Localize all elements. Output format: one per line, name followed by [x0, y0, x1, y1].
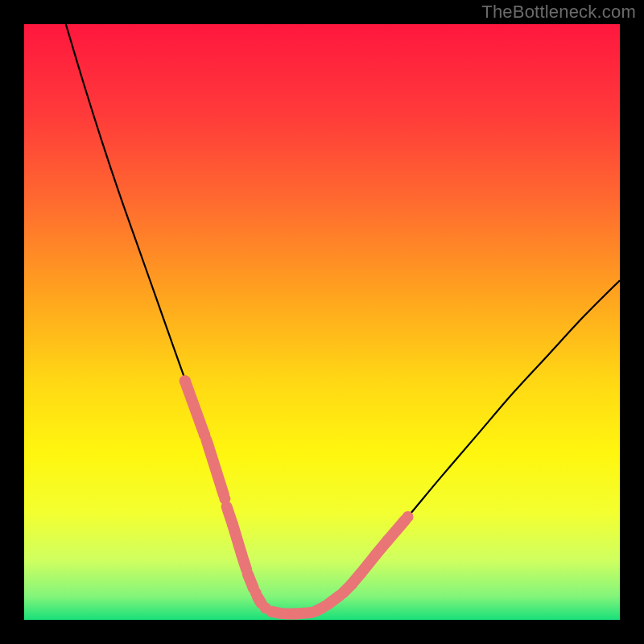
highlight-point: [241, 564, 252, 575]
highlight-point: [219, 493, 230, 505]
highlight-point: [320, 601, 331, 612]
highlight-point: [199, 430, 210, 441]
highlight-segment: [328, 596, 340, 605]
watermark: TheBottleneck.com: [481, 2, 636, 23]
highlight-point: [260, 602, 271, 613]
highlight-point: [346, 579, 357, 590]
highlight-point: [402, 511, 414, 522]
chart-svg: [24, 24, 620, 620]
highlight-point: [308, 606, 319, 617]
highlight-point: [250, 588, 262, 599]
highlight-segment: [248, 573, 254, 588]
highlight-point: [291, 609, 302, 620]
gradient-bg: [24, 24, 620, 620]
highlight-point: [180, 375, 191, 386]
chart-frame: TheBottleneck.com: [0, 0, 644, 644]
plot-area: [24, 24, 620, 620]
highlight-point: [278, 608, 289, 619]
